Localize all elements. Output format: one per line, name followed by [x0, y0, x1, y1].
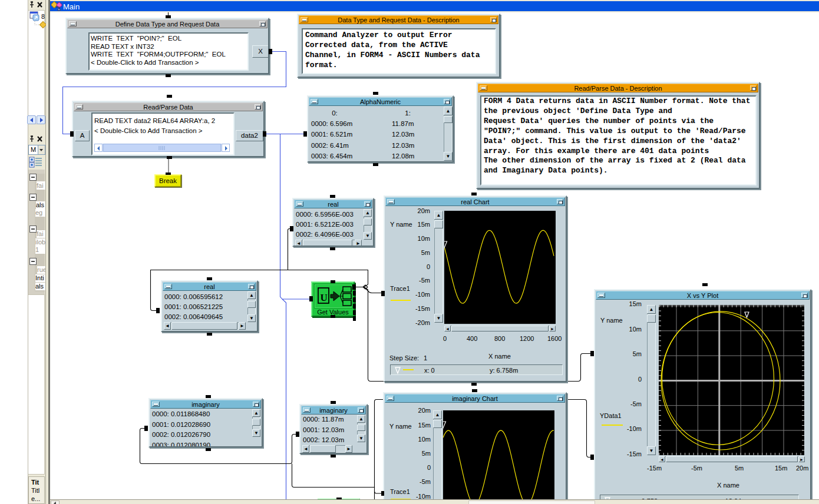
svg-text:rue: rue: [37, 266, 45, 273]
svg-text:U: U: [321, 292, 328, 303]
svg-text:Inti: Inti: [35, 274, 44, 281]
svg-text:1: 1: [35, 246, 39, 253]
svg-text:fai: fai: [37, 230, 44, 237]
svg-text:eg: eg: [35, 209, 42, 216]
svg-text:ilob: ilob: [35, 238, 45, 246]
svg-text:als: als: [36, 201, 45, 208]
svg-text:als: als: [35, 283, 44, 290]
svg-text:8: 8: [41, 13, 45, 20]
svg-text:fai: fai: [37, 182, 44, 189]
